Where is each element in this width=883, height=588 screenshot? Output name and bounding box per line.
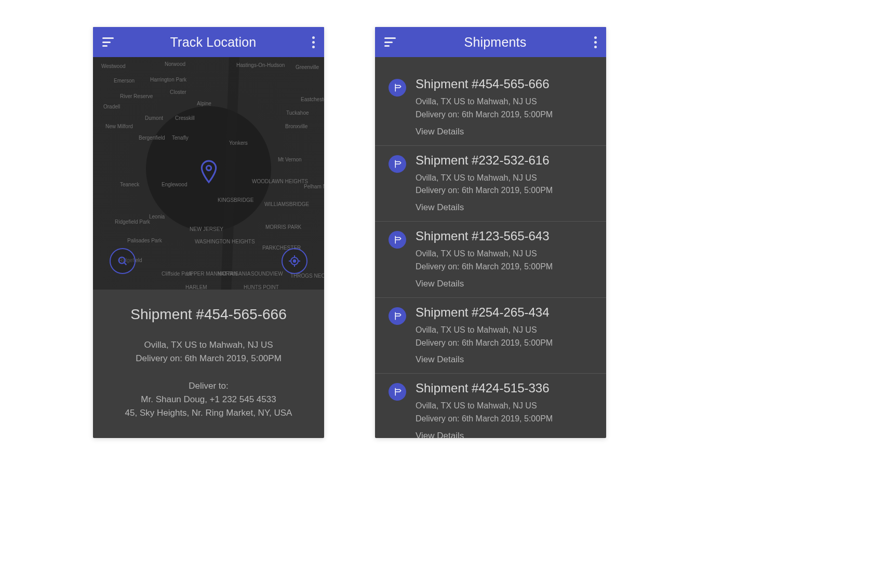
signpost-icon bbox=[389, 307, 406, 325]
map-label: Mt Vernon bbox=[278, 157, 302, 162]
more-icon[interactable] bbox=[312, 36, 315, 48]
map-label: SOUNDVIEW bbox=[251, 271, 283, 277]
map-label: Tuckahoe bbox=[286, 110, 309, 116]
river-shape bbox=[220, 57, 239, 290]
map-label: Eastchester bbox=[301, 97, 324, 102]
shipment-item[interactable]: Shipment #254-265-434Ovilla, TX US to Ma… bbox=[375, 298, 606, 374]
signpost-icon bbox=[389, 383, 406, 401]
topbar: Shipments bbox=[375, 27, 606, 57]
map-label: New Milford bbox=[105, 124, 133, 129]
map-locate-button[interactable] bbox=[282, 248, 307, 274]
map-search-button[interactable] bbox=[110, 248, 136, 274]
shipment-item[interactable]: Shipment #424-515-336Ovilla, TX US to Ma… bbox=[375, 374, 606, 438]
shipment-title: Shipment #232-532-616 bbox=[416, 153, 593, 168]
map-label: Closter bbox=[170, 89, 186, 95]
location-pin-icon bbox=[199, 160, 218, 186]
map-label: Yonkers bbox=[229, 140, 248, 146]
map-label: Emerson bbox=[114, 78, 135, 84]
map-label: Pelham Man bbox=[304, 184, 324, 189]
deliver-to-label: Deliver to: bbox=[106, 379, 311, 393]
map-label: KINGSBRIDGE bbox=[218, 197, 253, 203]
shipment-item[interactable]: Shipment #123-565-643Ovilla, TX US to Ma… bbox=[375, 222, 606, 298]
map[interactable]: WestwoodNorwoodHastings-On-HudsonGreenvi… bbox=[93, 57, 324, 290]
svg-point-4 bbox=[293, 260, 296, 262]
map-label: Leonia bbox=[149, 214, 165, 220]
shipment-delivery: Delivery on: 6th March 2019, 5:00PM bbox=[416, 261, 593, 274]
recipient: Mr. Shaun Doug, +1 232 545 4533 bbox=[106, 393, 311, 406]
map-label: River Reserve bbox=[120, 93, 153, 99]
map-label: Teaneck bbox=[120, 182, 139, 187]
map-label: Englewood bbox=[162, 182, 187, 187]
view-details-link[interactable]: View Details bbox=[416, 354, 593, 365]
view-details-link[interactable]: View Details bbox=[416, 202, 593, 213]
map-label: WOODLAWN HEIGHTS bbox=[252, 179, 308, 184]
map-label: WASHINGTON HEIGHTS bbox=[195, 239, 255, 244]
map-label: NEW JERSEY bbox=[190, 226, 223, 232]
shipment-route: Ovilla, TX US to Mahwah, NJ US bbox=[416, 324, 593, 337]
map-label: MORRIS PARK bbox=[265, 224, 301, 230]
map-label: Dumont bbox=[145, 115, 163, 121]
shipment-delivery: Delivery on: 6th March 2019, 5:00PM bbox=[416, 184, 593, 197]
signpost-icon bbox=[389, 231, 406, 249]
shipment-title: Shipment #123-565-643 bbox=[416, 229, 593, 243]
svg-point-0 bbox=[206, 166, 211, 170]
map-label: Tenafly bbox=[172, 135, 189, 141]
shipment-route: Ovilla, TX US to Mahwah, NJ US bbox=[416, 400, 593, 413]
map-label: Bronxville bbox=[285, 124, 307, 129]
page-title: Shipments bbox=[397, 35, 594, 50]
track-location-screen: Track Location WestwoodNorwoodHastings-O… bbox=[93, 27, 324, 438]
shipment-title: Shipment #454-565-666 bbox=[106, 306, 311, 323]
map-label: Harrington Park bbox=[150, 77, 186, 83]
shipments-list[interactable]: Shipment #454-565-666Ovilla, TX US to Ma… bbox=[375, 57, 606, 438]
map-label: Oradell bbox=[103, 104, 120, 110]
map-label: Greenville bbox=[296, 64, 319, 70]
shipment-item[interactable]: Shipment #454-565-666Ovilla, TX US to Ma… bbox=[375, 70, 606, 146]
map-label: Hastings-On-Hudson bbox=[236, 62, 285, 68]
shipment-delivery: Delivery on: 6th March 2019, 5:00PM bbox=[416, 413, 593, 426]
map-label: HARLEM bbox=[185, 284, 207, 290]
map-label: Norwood bbox=[165, 61, 185, 67]
shipment-title: Shipment #254-265-434 bbox=[416, 305, 593, 320]
view-details-link[interactable]: View Details bbox=[416, 127, 593, 137]
shipment-delivery: Delivery on: 6th March 2019, 5:00PM bbox=[416, 108, 593, 121]
svg-point-1 bbox=[119, 257, 125, 264]
map-label: Westwood bbox=[101, 63, 126, 69]
map-label: WILLIAMSBRIDGE bbox=[264, 201, 309, 207]
shipment-title: Shipment #424-515-336 bbox=[416, 381, 593, 395]
map-label: Alpine bbox=[197, 101, 211, 106]
signpost-icon bbox=[389, 155, 406, 173]
shipment-delivery: Delivery on: 6th March 2019, 5:00PM bbox=[416, 337, 593, 350]
svg-line-2 bbox=[124, 263, 126, 265]
shipment-title: Shipment #454-565-666 bbox=[416, 77, 593, 91]
map-label: HUNTS POINT bbox=[244, 284, 279, 290]
menu-icon[interactable] bbox=[102, 37, 115, 47]
address: 45, Sky Heights, Nr. Ring Market, NY, US… bbox=[106, 406, 311, 420]
shipments-screen: Shipments Shipment #454-565-666Ovilla, T… bbox=[375, 27, 606, 438]
shipment-delivery: Delivery on: 6th March 2019, 5:00PM bbox=[106, 352, 311, 365]
view-details-link[interactable]: View Details bbox=[416, 431, 593, 438]
map-label: Bergenfield bbox=[139, 135, 165, 141]
menu-icon[interactable] bbox=[384, 37, 397, 47]
page-title: Track Location bbox=[115, 35, 312, 50]
shipment-route: Ovilla, TX US to Mahwah, NJ US bbox=[416, 248, 593, 261]
map-label: Palisades Park bbox=[127, 238, 162, 243]
shipment-item[interactable]: Shipment #232-532-616Ovilla, TX US to Ma… bbox=[375, 146, 606, 222]
view-details-link[interactable]: View Details bbox=[416, 279, 593, 289]
map-label: Cresskill bbox=[175, 115, 195, 121]
shipment-route: Ovilla, TX US to Mahwah, NJ US bbox=[416, 95, 593, 108]
map-label: Ridgefield Park bbox=[115, 219, 150, 225]
topbar: Track Location bbox=[93, 27, 324, 57]
shipment-route: Ovilla, TX US to Mahwah, NJ US bbox=[416, 172, 593, 185]
shipment-info-panel: Shipment #454-565-666 Ovilla, TX US to M… bbox=[93, 290, 324, 438]
map-label: MORRISANIA bbox=[218, 271, 250, 277]
more-icon[interactable] bbox=[594, 36, 597, 48]
shipment-route: Ovilla, TX US to Mahwah, NJ US bbox=[106, 338, 311, 352]
signpost-icon bbox=[389, 79, 406, 97]
